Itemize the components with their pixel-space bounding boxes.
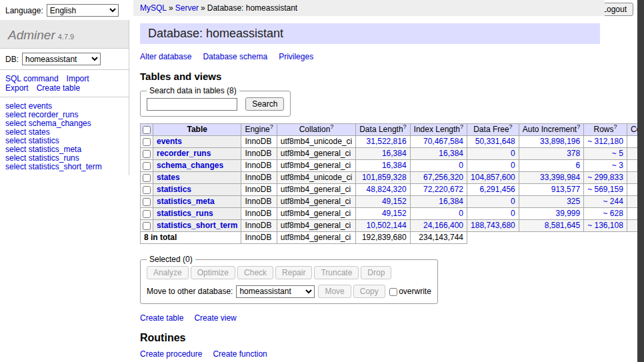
table-name-link[interactable]: schema_changes xyxy=(157,161,223,170)
row-checkbox[interactable] xyxy=(143,150,151,158)
create-function-link[interactable]: Create function xyxy=(213,349,267,359)
check-button[interactable]: Check xyxy=(237,266,273,279)
select-all-checkbox[interactable] xyxy=(143,126,151,134)
table-name-link[interactable]: statistics_short_term xyxy=(157,221,237,230)
sidebar-select-link[interactable]: select xyxy=(5,162,26,171)
auto-increment-link[interactable]: 378 xyxy=(567,149,580,158)
column-help-link[interactable]: ? xyxy=(270,123,273,130)
sql-command-link[interactable]: SQL command xyxy=(5,74,59,83)
data-free-link[interactable]: 0 xyxy=(511,161,515,170)
table-name-link[interactable]: statistics_runs xyxy=(157,209,213,218)
data-free-link[interactable]: 0 xyxy=(511,149,515,158)
data-length-link[interactable]: 49,152 xyxy=(382,209,407,218)
index-length-link[interactable]: 16,384 xyxy=(439,197,463,206)
data-length-link[interactable]: 101,859,328 xyxy=(362,173,407,182)
scrollbar[interactable] xyxy=(637,0,644,362)
privileges-link[interactable]: Privileges xyxy=(279,52,313,61)
adminer-logo-link[interactable]: Adminer xyxy=(8,28,55,42)
sidebar-select-link[interactable]: select xyxy=(5,153,26,163)
row-checkbox[interactable] xyxy=(143,138,151,146)
database-schema-link[interactable]: Database schema xyxy=(203,52,267,61)
breadcrumb-mysql-link[interactable]: MySQL xyxy=(140,3,167,13)
search-input[interactable] xyxy=(147,98,237,111)
column-help-link[interactable]: ? xyxy=(460,123,463,130)
data-length-link[interactable]: 10,502,144 xyxy=(367,221,407,230)
rows-link[interactable]: ~ 569,159 xyxy=(587,185,623,194)
data-length-link[interactable]: 31,522,816 xyxy=(367,137,407,146)
row-checkbox[interactable] xyxy=(143,198,151,206)
search-button[interactable]: Search xyxy=(245,97,284,111)
rows-link[interactable]: ~ 3 xyxy=(612,161,623,170)
table-name-link[interactable]: events xyxy=(157,137,182,146)
overwrite-checkbox[interactable] xyxy=(389,288,397,296)
rows-link[interactable]: ~ 628 xyxy=(603,209,623,218)
copy-button[interactable]: Copy xyxy=(353,285,385,298)
auto-increment-link[interactable]: 913,577 xyxy=(551,185,580,194)
rows-link[interactable]: ~ 244 xyxy=(603,197,623,206)
optimize-button[interactable]: Optimize xyxy=(191,266,235,279)
breadcrumb-server-link[interactable]: Server xyxy=(175,3,199,13)
rows-link[interactable]: ~ 136,108 xyxy=(587,221,623,230)
index-length-link[interactable]: 16,384 xyxy=(439,149,463,158)
db-select[interactable]: homeassistant xyxy=(22,53,101,65)
sidebar-select-link[interactable]: select xyxy=(5,145,26,154)
create-view-link[interactable]: Create view xyxy=(194,313,236,323)
create-procedure-link[interactable]: Create procedure xyxy=(140,349,202,359)
index-length-link[interactable]: 72,220,672 xyxy=(423,185,463,194)
row-checkbox[interactable] xyxy=(143,210,151,218)
column-help-link[interactable]: ? xyxy=(403,123,407,130)
overwrite-label[interactable]: overwrite xyxy=(399,287,431,296)
language-select[interactable]: English xyxy=(47,4,119,17)
table-name-link[interactable]: statistics_meta xyxy=(157,197,215,206)
truncate-button[interactable]: Truncate xyxy=(314,266,359,279)
move-database-select[interactable]: homeassistant xyxy=(236,285,315,298)
index-length-link[interactable]: 70,467,584 xyxy=(423,137,463,146)
sidebar-table-link[interactable]: statistics_meta xyxy=(29,145,81,154)
import-link[interactable]: Import xyxy=(67,74,89,83)
index-length-link[interactable]: 0 xyxy=(459,161,463,170)
column-help-link[interactable]: ? xyxy=(614,123,617,130)
auto-increment-link[interactable]: 33,898,196 xyxy=(540,137,580,146)
auto-increment-link[interactable]: 6 xyxy=(575,161,580,170)
column-help-link[interactable]: ? xyxy=(577,123,580,130)
index-length-link[interactable]: 0 xyxy=(459,209,463,218)
sidebar-table-link[interactable]: statistics_runs xyxy=(29,153,79,163)
auto-increment-link[interactable]: 33,398,984 xyxy=(540,173,580,182)
sidebar-select-link[interactable]: select xyxy=(5,101,26,111)
data-free-link[interactable]: 6,291,456 xyxy=(479,185,515,194)
scrollbar-thumb[interactable] xyxy=(637,0,644,362)
row-checkbox[interactable] xyxy=(143,222,151,230)
data-length-link[interactable]: 49,152 xyxy=(382,197,407,206)
index-length-link[interactable]: 67,256,320 xyxy=(423,173,463,182)
table-name-link[interactable]: recorder_runs xyxy=(157,149,211,158)
data-free-link[interactable]: 0 xyxy=(511,209,515,218)
data-length-link[interactable]: 48,824,320 xyxy=(367,185,407,194)
data-free-link[interactable]: 50,331,648 xyxy=(475,137,515,146)
index-length-link[interactable]: 24,166,400 xyxy=(423,221,463,230)
sidebar-select-link[interactable]: select xyxy=(5,110,26,119)
sidebar-select-link[interactable]: select xyxy=(5,136,26,145)
sidebar-table-link[interactable]: schema_changes xyxy=(29,119,91,128)
table-name-link[interactable]: states xyxy=(157,173,180,182)
auto-increment-link[interactable]: 39,999 xyxy=(555,209,580,218)
create-table-link-sidebar[interactable]: Create table xyxy=(37,83,80,93)
drop-button[interactable]: Drop xyxy=(361,266,391,279)
rows-link[interactable]: ~ 312,180 xyxy=(587,137,623,146)
analyze-button[interactable]: Analyze xyxy=(147,266,189,279)
data-free-link[interactable]: 0 xyxy=(511,197,515,206)
data-length-link[interactable]: 16,384 xyxy=(382,149,407,158)
data-free-link[interactable]: 188,743,680 xyxy=(471,221,515,230)
table-name-link[interactable]: statistics xyxy=(157,185,191,194)
data-length-link[interactable]: 16,384 xyxy=(382,161,407,170)
export-link[interactable]: Export xyxy=(5,83,29,93)
sidebar-table-link[interactable]: statistics xyxy=(29,136,59,145)
sidebar-table-link[interactable]: statistics_short_term xyxy=(29,162,102,171)
auto-increment-link[interactable]: 325 xyxy=(567,197,580,206)
row-checkbox[interactable] xyxy=(143,186,151,194)
sidebar-select-link[interactable]: select xyxy=(5,127,26,137)
create-table-link[interactable]: Create table xyxy=(140,313,183,323)
alter-database-link[interactable]: Alter database xyxy=(140,52,191,61)
column-help-link[interactable]: ? xyxy=(509,123,513,130)
column-help-link[interactable]: ? xyxy=(330,123,333,130)
sidebar-table-link[interactable]: states xyxy=(29,127,50,137)
